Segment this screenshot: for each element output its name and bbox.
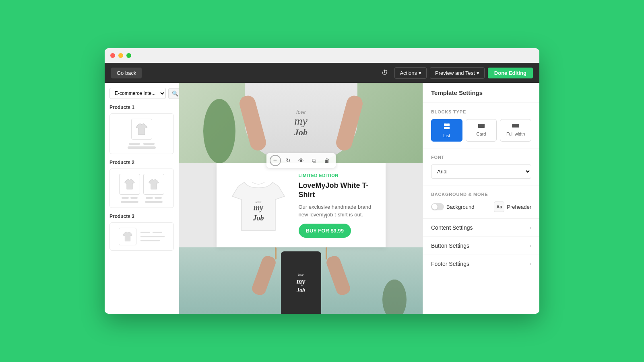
product-thumb-3 xyxy=(119,228,136,245)
product-image-container: love my Job xyxy=(226,173,291,237)
preheader-label: Preheader xyxy=(507,204,531,210)
shirt-thumb-icon-3 xyxy=(122,230,134,243)
actions-chevron-icon: ▾ xyxy=(419,70,421,76)
bottom-plant xyxy=(382,280,407,314)
browser-window: Go back ⏱ Actions ▾ Preview and Test ▾ D… xyxy=(105,48,539,314)
list-icon xyxy=(443,123,450,132)
svg-rect-3 xyxy=(444,123,447,126)
product-thumb-2b xyxy=(143,174,164,195)
history-icon: ⏱ xyxy=(382,69,388,76)
fullwidth-label: Full width xyxy=(506,132,525,136)
raised-arm-left xyxy=(250,254,277,297)
eye-icon: 👁 xyxy=(298,157,304,164)
black-shirt-text: love my Job xyxy=(297,273,305,294)
left-sidebar: E-commerce Inte... 🔍 Products 1 xyxy=(105,83,179,314)
background-toggle-label: Background xyxy=(446,204,474,210)
rope-right xyxy=(326,247,327,259)
bottom-person: love my Job xyxy=(257,247,345,314)
product-tshirt-svg: love my Job xyxy=(230,174,287,237)
product-info: LIMITED EDITION LoveMyJob White T-Shirt … xyxy=(299,173,376,238)
background-label: BACKGROUND & MORE xyxy=(431,192,531,197)
content-settings-item[interactable]: Content Settings › xyxy=(423,219,539,237)
product-thumb-1 xyxy=(131,119,152,140)
canvas-top-image: love my Job xyxy=(179,83,423,163)
background-toggle[interactable]: Background xyxy=(431,203,474,210)
center-canvas: love my Job + xyxy=(179,83,423,314)
background-section: BACKGROUND & MORE Background Aa Preheade… xyxy=(423,185,539,219)
sidebar-header: E-commerce Inte... 🔍 xyxy=(109,88,174,99)
buy-button[interactable]: BUY FOR $9,99 xyxy=(299,224,351,238)
shirt-thumb-icon-1 xyxy=(134,122,149,136)
svg-text:my: my xyxy=(253,203,263,212)
main-content: E-commerce Inte... 🔍 Products 1 xyxy=(105,83,539,314)
search-icon: 🔍 xyxy=(172,90,178,97)
button-settings-chevron-icon: › xyxy=(530,243,531,249)
font-section: FONT Arial Georgia Helvetica Times New R… xyxy=(423,148,539,185)
product-card-2[interactable] xyxy=(109,169,174,208)
rotate-icon: ↻ xyxy=(286,157,291,164)
font-label: FONT xyxy=(431,155,531,160)
fullscreen-dot[interactable] xyxy=(126,53,131,58)
product-card-1[interactable] xyxy=(109,113,174,154)
footer-settings-label: Footer Settings xyxy=(431,261,469,267)
button-settings-item[interactable]: Button Settings › xyxy=(423,237,539,255)
delete-button[interactable]: 🗑 xyxy=(321,155,332,166)
list-label: List xyxy=(443,133,450,138)
product-group-2: Products 2 xyxy=(109,160,174,208)
product-group-2-title: Products 2 xyxy=(109,160,174,165)
preview-label: Preview and Test xyxy=(435,70,475,76)
product-lines-1 xyxy=(115,143,169,149)
product-description: Our exclusive handmade brand new lovemyj… xyxy=(299,203,376,219)
svg-rect-7 xyxy=(478,124,485,128)
plant-decoration xyxy=(203,99,235,163)
add-icon: + xyxy=(273,157,277,164)
shirt-text-top: love my Job xyxy=(294,109,308,137)
content-settings-chevron-icon: › xyxy=(530,225,531,230)
product-group-1-title: Products 1 xyxy=(109,105,174,110)
preheader-icon: Aa xyxy=(494,202,504,212)
toggle-circle xyxy=(431,203,444,210)
product3-inner xyxy=(119,228,165,245)
add-block-button[interactable]: + xyxy=(270,155,281,166)
fullwidth-icon xyxy=(512,123,519,130)
svg-text:Job: Job xyxy=(252,214,264,222)
eye-button[interactable]: 👁 xyxy=(295,155,307,166)
product-block: love my Job LIMITED EDITION LoveMyJob Wh… xyxy=(217,163,386,247)
preheader-toggle[interactable]: Aa Preheader xyxy=(494,202,531,212)
footer-settings-item[interactable]: Footer Settings › xyxy=(423,255,539,273)
product-card-3[interactable] xyxy=(109,222,174,251)
category-dropdown[interactable]: E-commerce Inte... xyxy=(109,88,166,99)
actions-label: Actions xyxy=(400,70,417,76)
go-back-button[interactable]: Go back xyxy=(111,68,142,78)
product-tag: LIMITED EDITION xyxy=(299,173,376,178)
block-type-list-button[interactable]: List xyxy=(431,119,462,142)
svg-rect-5 xyxy=(447,123,450,126)
torso-shape: love my Job xyxy=(245,83,357,163)
done-editing-button[interactable]: Done Editing xyxy=(488,68,533,78)
footer-settings-chevron-icon: › xyxy=(530,261,531,267)
bg-row: Background Aa Preheader xyxy=(431,202,531,212)
topbar: Go back ⏱ Actions ▾ Preview and Test ▾ D… xyxy=(105,63,539,83)
product3-lines xyxy=(140,232,165,241)
product-group-1: Products 1 xyxy=(109,105,174,154)
svg-rect-8 xyxy=(512,124,519,128)
app-container: Go back ⏱ Actions ▾ Preview and Test ▾ D… xyxy=(105,63,539,314)
svg-rect-6 xyxy=(447,127,450,129)
block-type-card-button[interactable]: Card xyxy=(466,119,497,142)
font-select[interactable]: Arial Georgia Helvetica Times New Roman … xyxy=(431,165,531,179)
blocks-type-row: List Card xyxy=(431,119,531,142)
hero-torso: love my Job xyxy=(245,83,357,163)
canvas-overlay-toolbar: + ↻ 👁 ⧉ 🗑 xyxy=(266,153,336,168)
product-card-2-inner xyxy=(119,174,164,203)
search-button[interactable]: 🔍 xyxy=(168,88,179,99)
rotate-button[interactable]: ↻ xyxy=(283,155,294,166)
blocks-type-label: BLOCKS TYPE xyxy=(431,109,531,114)
block-type-fullwidth-button[interactable]: Full width xyxy=(500,119,531,142)
minimize-dot[interactable] xyxy=(118,53,123,58)
history-button[interactable]: ⏱ xyxy=(378,67,391,79)
close-dot[interactable] xyxy=(110,53,115,58)
copy-button[interactable]: ⧉ xyxy=(308,155,320,166)
preview-button[interactable]: Preview and Test ▾ xyxy=(430,67,485,79)
shirt-thumb-icon-2b xyxy=(147,178,160,191)
actions-button[interactable]: Actions ▾ xyxy=(394,67,427,79)
